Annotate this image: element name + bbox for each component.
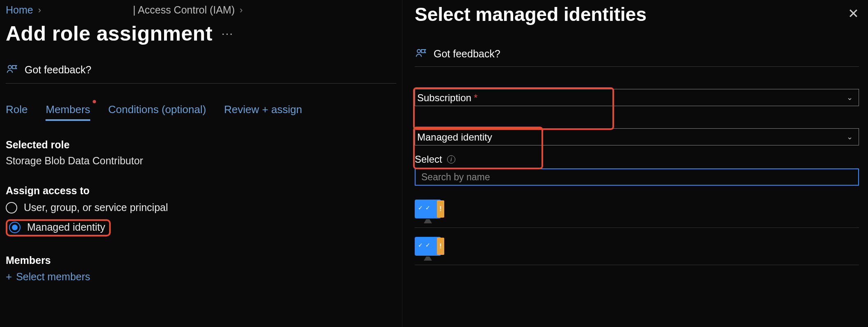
page-title: Add role assignment (6, 22, 212, 45)
selected-role-value: Storage Blob Data Contributor (6, 155, 396, 167)
breadcrumb-iam[interactable]: | Access Control (IAM) (133, 4, 235, 16)
svg-point-1 (417, 50, 420, 53)
feedback-icon (6, 64, 18, 76)
radio-label-user: User, group, or service principal (24, 202, 168, 213)
tab-members-label: Members (46, 103, 90, 116)
plus-icon: + (6, 270, 12, 283)
assign-access-label: Assign access to (6, 185, 396, 197)
select-managed-identities-panel: Select managed identities ✕ Got feedback… (402, 0, 868, 327)
radio-icon (9, 222, 21, 233)
close-icon[interactable]: ✕ (848, 6, 859, 21)
result-list: ✓ ✓ ! ✓ ✓ ! (415, 198, 859, 265)
select-members-link[interactable]: + Select members (6, 270, 396, 283)
feedback-link[interactable]: Got feedback? (25, 64, 91, 76)
list-item-label (452, 243, 859, 254)
radio-icon (6, 202, 17, 213)
breadcrumb: Home › | Access Control (IAM) › (6, 4, 396, 16)
panel-title: Select managed identities (415, 3, 646, 25)
radio-label-mi: Managed identity (27, 221, 105, 233)
radio-user-group-sp[interactable]: User, group, or service principal (6, 202, 396, 213)
tab-conditions[interactable]: Conditions (optional) (108, 103, 206, 119)
tab-review-assign[interactable]: Review + assign (224, 103, 302, 119)
chevron-right-icon: › (38, 5, 41, 16)
list-item[interactable]: ✓ ✓ ! (415, 198, 859, 228)
panel-feedback-link[interactable]: Got feedback? (434, 48, 500, 60)
chevron-right-icon: › (240, 5, 242, 16)
search-input[interactable] (415, 168, 859, 186)
assign-access-radio-group: User, group, or service principal Manage… (6, 202, 396, 236)
svg-point-0 (8, 66, 11, 69)
select-label: Select (415, 154, 442, 165)
subscription-label: Subscription* (417, 92, 477, 104)
tab-members[interactable]: Members (46, 103, 90, 121)
managed-identity-icon: ✓ ✓ ! (415, 200, 444, 223)
managed-identity-icon: ✓ ✓ ! (415, 237, 444, 261)
managed-identity-label: Managed identity (417, 132, 492, 143)
subscription-dropdown[interactable]: ⌄ (415, 89, 859, 106)
radio-managed-identity[interactable]: Managed identity (9, 221, 105, 233)
tab-role[interactable]: Role (6, 103, 27, 119)
select-members-label: Select members (16, 271, 90, 283)
info-icon[interactable]: i (447, 155, 455, 164)
feedback-icon (415, 48, 427, 60)
breadcrumb-home[interactable]: Home (6, 4, 33, 16)
tab-indicator-dot-icon (93, 100, 96, 103)
chevron-down-icon: ⌄ (847, 132, 853, 141)
selected-role-label: Selected role (6, 139, 396, 151)
list-item[interactable]: ✓ ✓ ! (415, 235, 859, 265)
chevron-down-icon: ⌄ (847, 93, 853, 102)
members-label: Members (6, 254, 396, 266)
highlight-managed-identity: Managed identity (6, 219, 111, 236)
tabs: Role Members Conditions (optional) Revie… (6, 103, 396, 121)
list-item-label (452, 206, 859, 217)
more-menu-button[interactable]: ··· (222, 27, 233, 40)
